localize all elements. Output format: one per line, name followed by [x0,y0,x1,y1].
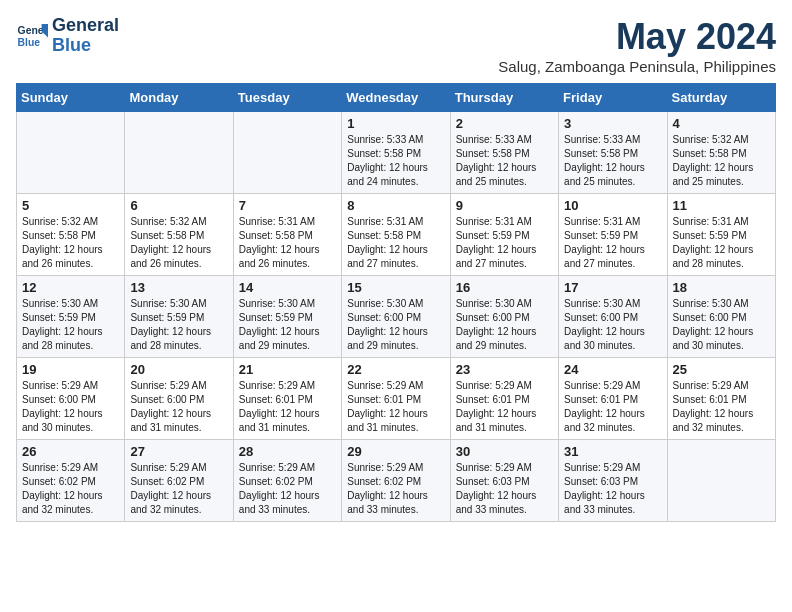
week-row-3: 12Sunrise: 5:30 AM Sunset: 5:59 PM Dayli… [17,276,776,358]
day-info: Sunrise: 5:30 AM Sunset: 5:59 PM Dayligh… [239,297,336,353]
day-cell: 22Sunrise: 5:29 AM Sunset: 6:01 PM Dayli… [342,358,450,440]
weekday-header-wednesday: Wednesday [342,84,450,112]
day-info: Sunrise: 5:29 AM Sunset: 6:01 PM Dayligh… [456,379,553,435]
day-cell [233,112,341,194]
day-cell: 26Sunrise: 5:29 AM Sunset: 6:02 PM Dayli… [17,440,125,522]
day-info: Sunrise: 5:33 AM Sunset: 5:58 PM Dayligh… [347,133,444,189]
day-cell: 28Sunrise: 5:29 AM Sunset: 6:02 PM Dayli… [233,440,341,522]
day-info: Sunrise: 5:29 AM Sunset: 6:03 PM Dayligh… [456,461,553,517]
day-cell: 3Sunrise: 5:33 AM Sunset: 5:58 PM Daylig… [559,112,667,194]
day-info: Sunrise: 5:32 AM Sunset: 5:58 PM Dayligh… [22,215,119,271]
week-row-2: 5Sunrise: 5:32 AM Sunset: 5:58 PM Daylig… [17,194,776,276]
day-info: Sunrise: 5:30 AM Sunset: 6:00 PM Dayligh… [347,297,444,353]
title-block: May 2024 Salug, Zamboanga Peninsula, Phi… [498,16,776,75]
logo-icon: General Blue [16,20,48,52]
week-row-4: 19Sunrise: 5:29 AM Sunset: 6:00 PM Dayli… [17,358,776,440]
day-cell: 15Sunrise: 5:30 AM Sunset: 6:00 PM Dayli… [342,276,450,358]
day-number: 17 [564,280,661,295]
week-row-1: 1Sunrise: 5:33 AM Sunset: 5:58 PM Daylig… [17,112,776,194]
day-number: 22 [347,362,444,377]
day-info: Sunrise: 5:29 AM Sunset: 6:00 PM Dayligh… [130,379,227,435]
day-info: Sunrise: 5:32 AM Sunset: 5:58 PM Dayligh… [130,215,227,271]
day-info: Sunrise: 5:31 AM Sunset: 5:58 PM Dayligh… [347,215,444,271]
day-cell: 10Sunrise: 5:31 AM Sunset: 5:59 PM Dayli… [559,194,667,276]
day-info: Sunrise: 5:33 AM Sunset: 5:58 PM Dayligh… [456,133,553,189]
day-info: Sunrise: 5:29 AM Sunset: 6:01 PM Dayligh… [347,379,444,435]
day-cell: 20Sunrise: 5:29 AM Sunset: 6:00 PM Dayli… [125,358,233,440]
day-number: 23 [456,362,553,377]
weekday-header-friday: Friday [559,84,667,112]
day-number: 13 [130,280,227,295]
day-number: 16 [456,280,553,295]
day-number: 15 [347,280,444,295]
weekday-header-saturday: Saturday [667,84,775,112]
logo: General Blue General Blue [16,16,119,56]
day-number: 12 [22,280,119,295]
day-cell [667,440,775,522]
day-cell: 8Sunrise: 5:31 AM Sunset: 5:58 PM Daylig… [342,194,450,276]
day-cell [17,112,125,194]
weekday-header-thursday: Thursday [450,84,558,112]
day-cell: 6Sunrise: 5:32 AM Sunset: 5:58 PM Daylig… [125,194,233,276]
logo-text: General Blue [52,16,119,56]
day-number: 1 [347,116,444,131]
day-cell: 2Sunrise: 5:33 AM Sunset: 5:58 PM Daylig… [450,112,558,194]
week-row-5: 26Sunrise: 5:29 AM Sunset: 6:02 PM Dayli… [17,440,776,522]
weekday-header-tuesday: Tuesday [233,84,341,112]
day-number: 27 [130,444,227,459]
day-number: 10 [564,198,661,213]
day-number: 20 [130,362,227,377]
day-number: 19 [22,362,119,377]
day-number: 3 [564,116,661,131]
day-info: Sunrise: 5:29 AM Sunset: 6:03 PM Dayligh… [564,461,661,517]
day-number: 18 [673,280,770,295]
weekday-header-sunday: Sunday [17,84,125,112]
day-number: 24 [564,362,661,377]
day-info: Sunrise: 5:33 AM Sunset: 5:58 PM Dayligh… [564,133,661,189]
day-number: 6 [130,198,227,213]
location: Salug, Zamboanga Peninsula, Philippines [498,58,776,75]
day-number: 21 [239,362,336,377]
day-info: Sunrise: 5:29 AM Sunset: 6:01 PM Dayligh… [564,379,661,435]
day-info: Sunrise: 5:29 AM Sunset: 6:02 PM Dayligh… [347,461,444,517]
day-number: 11 [673,198,770,213]
weekday-header-monday: Monday [125,84,233,112]
day-cell: 25Sunrise: 5:29 AM Sunset: 6:01 PM Dayli… [667,358,775,440]
day-info: Sunrise: 5:29 AM Sunset: 6:02 PM Dayligh… [239,461,336,517]
month-title: May 2024 [498,16,776,58]
day-number: 29 [347,444,444,459]
day-info: Sunrise: 5:29 AM Sunset: 6:01 PM Dayligh… [673,379,770,435]
day-info: Sunrise: 5:31 AM Sunset: 5:59 PM Dayligh… [456,215,553,271]
day-info: Sunrise: 5:31 AM Sunset: 5:58 PM Dayligh… [239,215,336,271]
day-number: 25 [673,362,770,377]
day-cell: 14Sunrise: 5:30 AM Sunset: 5:59 PM Dayli… [233,276,341,358]
day-cell: 16Sunrise: 5:30 AM Sunset: 6:00 PM Dayli… [450,276,558,358]
day-cell: 1Sunrise: 5:33 AM Sunset: 5:58 PM Daylig… [342,112,450,194]
weekday-header-row: SundayMondayTuesdayWednesdayThursdayFrid… [17,84,776,112]
day-cell: 17Sunrise: 5:30 AM Sunset: 6:00 PM Dayli… [559,276,667,358]
day-info: Sunrise: 5:29 AM Sunset: 6:01 PM Dayligh… [239,379,336,435]
page-header: General Blue General Blue May 2024 Salug… [16,16,776,75]
day-info: Sunrise: 5:30 AM Sunset: 5:59 PM Dayligh… [130,297,227,353]
day-cell: 18Sunrise: 5:30 AM Sunset: 6:00 PM Dayli… [667,276,775,358]
day-number: 26 [22,444,119,459]
day-number: 9 [456,198,553,213]
day-cell: 19Sunrise: 5:29 AM Sunset: 6:00 PM Dayli… [17,358,125,440]
day-cell [125,112,233,194]
day-cell: 13Sunrise: 5:30 AM Sunset: 5:59 PM Dayli… [125,276,233,358]
day-cell: 12Sunrise: 5:30 AM Sunset: 5:59 PM Dayli… [17,276,125,358]
day-info: Sunrise: 5:29 AM Sunset: 6:00 PM Dayligh… [22,379,119,435]
day-number: 7 [239,198,336,213]
day-cell: 29Sunrise: 5:29 AM Sunset: 6:02 PM Dayli… [342,440,450,522]
day-cell: 30Sunrise: 5:29 AM Sunset: 6:03 PM Dayli… [450,440,558,522]
day-cell: 27Sunrise: 5:29 AM Sunset: 6:02 PM Dayli… [125,440,233,522]
day-number: 2 [456,116,553,131]
day-info: Sunrise: 5:30 AM Sunset: 6:00 PM Dayligh… [456,297,553,353]
day-cell: 9Sunrise: 5:31 AM Sunset: 5:59 PM Daylig… [450,194,558,276]
day-number: 4 [673,116,770,131]
svg-text:Blue: Blue [18,36,41,47]
day-number: 28 [239,444,336,459]
day-cell: 21Sunrise: 5:29 AM Sunset: 6:01 PM Dayli… [233,358,341,440]
day-cell: 7Sunrise: 5:31 AM Sunset: 5:58 PM Daylig… [233,194,341,276]
day-info: Sunrise: 5:29 AM Sunset: 6:02 PM Dayligh… [130,461,227,517]
